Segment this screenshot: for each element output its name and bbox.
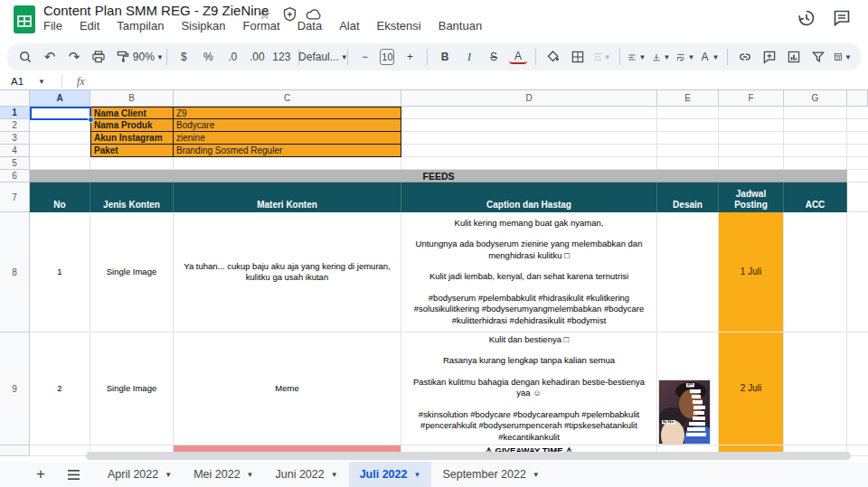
empty-cell[interactable] (847, 145, 868, 157)
empty-cell[interactable] (30, 445, 90, 456)
menu-extensions[interactable]: Ekstensi (377, 19, 421, 33)
sheet-tab-caret-icon[interactable]: ▼ (165, 471, 172, 479)
cell-jenis-konten[interactable]: Single Image (90, 212, 174, 332)
currency-format-button[interactable]: $ (175, 47, 193, 67)
empty-cell[interactable] (784, 119, 847, 132)
column-header-e[interactable]: E (657, 90, 719, 107)
header-caption-hastag[interactable]: Caption dan Hastag (401, 183, 657, 212)
row-header-10[interactable] (0, 445, 30, 456)
column-header-d[interactable]: D (401, 90, 657, 107)
sheet-tab-juni-2022[interactable]: Juni 2022 ▼ (265, 462, 349, 487)
insert-comment-button[interactable] (760, 47, 778, 67)
empty-cell[interactable] (90, 157, 174, 170)
table-views-button[interactable]: ▼ (834, 47, 852, 67)
menu-format[interactable]: Format (243, 19, 280, 33)
cell-info-value[interactable]: Z9 (174, 107, 401, 119)
fill-color-button[interactable] (544, 47, 562, 67)
borders-button[interactable] (569, 47, 587, 67)
zoom-select[interactable]: 90%▼ (138, 47, 158, 67)
sheet-tab-juli-2022-active[interactable]: Juli 2022 ▼ (349, 462, 432, 487)
empty-cell[interactable] (401, 145, 657, 157)
menu-data[interactable]: Data (297, 19, 322, 33)
row-header-1[interactable]: 1 (0, 107, 30, 119)
number-format-button[interactable]: 123 (272, 47, 290, 67)
cell-jadwal-posting[interactable]: 2 Juli (719, 332, 784, 445)
header-jadwal-posting[interactable]: Jadwal Posting (719, 183, 784, 212)
column-header-partial[interactable] (847, 90, 868, 107)
empty-cell[interactable] (719, 132, 784, 145)
cell-info-value[interactable]: zienine (174, 132, 401, 145)
strikethrough-button[interactable]: S (485, 47, 503, 67)
empty-cell[interactable] (174, 157, 401, 170)
menu-file[interactable]: File (43, 19, 62, 33)
menu-edit[interactable]: Edit (80, 19, 99, 33)
empty-cell[interactable] (784, 107, 847, 119)
menu-insert[interactable]: Sisipkan (181, 19, 225, 33)
merge-cells-button[interactable]: ▼ (593, 47, 611, 67)
text-wrap-button[interactable]: ▼ (676, 47, 694, 67)
empty-cell[interactable] (30, 145, 90, 157)
cell-desain[interactable]: SPF My Skin (657, 332, 719, 445)
cell-jadwal-posting[interactable]: 1 Juli (719, 212, 784, 332)
version-history-icon[interactable] (797, 8, 816, 28)
text-rotation-button[interactable]: A ▼ (701, 47, 719, 67)
row-header-5[interactable]: 5 (0, 157, 30, 170)
cell-acc[interactable] (784, 212, 847, 332)
paint-format-icon[interactable] (114, 47, 132, 67)
cell-materi-konten[interactable]: Ya tuhan... cukup baju aku aja yang keri… (174, 212, 401, 332)
empty-cell[interactable] (657, 157, 719, 170)
search-icon[interactable] (16, 47, 34, 67)
cell-no[interactable]: 2 (30, 332, 90, 445)
empty-cell[interactable] (847, 157, 868, 170)
row-header-3[interactable]: 3 (0, 132, 30, 145)
header-jenis-konten[interactable]: Jenis Konten (90, 183, 174, 212)
sheet-tab-caret-icon[interactable]: ▼ (413, 471, 420, 479)
cell-desain[interactable] (657, 212, 719, 332)
empty-cell[interactable] (847, 107, 868, 119)
row-header-4[interactable]: 4 (0, 145, 30, 157)
insert-chart-button[interactable] (785, 47, 803, 67)
menu-view[interactable]: Tampilan (117, 19, 164, 33)
cell-acc[interactable] (784, 332, 847, 445)
header-no[interactable]: No (30, 183, 90, 212)
header-desain[interactable]: Desain (657, 183, 719, 212)
cell-feeds-title[interactable]: FEEDS (30, 170, 847, 183)
column-header-a[interactable]: A (30, 90, 90, 107)
empty-cell[interactable] (719, 157, 784, 170)
empty-cell[interactable] (30, 132, 90, 145)
empty-cell[interactable] (847, 119, 868, 132)
row-header-2[interactable]: 2 (0, 119, 30, 132)
column-header-c[interactable]: C (174, 90, 401, 107)
empty-cell[interactable] (784, 132, 847, 145)
all-sheets-menu-icon[interactable] (67, 469, 80, 481)
row-header-7[interactable]: 7 (0, 183, 30, 212)
empty-cell[interactable] (719, 145, 784, 157)
cell-jenis-konten[interactable]: Single Image (90, 332, 174, 445)
sheets-logo-icon[interactable] (14, 5, 35, 33)
empty-cell[interactable] (784, 157, 847, 170)
empty-cell[interactable] (657, 132, 719, 145)
sheet-tab-mei-2022[interactable]: Mei 2022 ▼ (183, 462, 264, 487)
sheet-tab-caret-icon[interactable]: ▼ (533, 471, 540, 479)
create-filter-button[interactable] (809, 47, 827, 67)
empty-cell[interactable] (847, 183, 868, 212)
empty-cell[interactable] (401, 132, 657, 145)
increase-font-size-button[interactable]: + (401, 47, 419, 67)
sheet-tab-april-2022[interactable]: April 2022 ▼ (97, 462, 183, 487)
decrease-font-size-button[interactable]: − (355, 47, 373, 67)
empty-cell[interactable] (30, 157, 90, 170)
empty-cell[interactable] (401, 119, 657, 132)
percent-format-button[interactable]: % (199, 47, 217, 67)
cell-info-value[interactable]: Branding Sosmed Reguler (174, 145, 401, 157)
print-icon[interactable] (90, 47, 108, 67)
empty-cell[interactable] (847, 170, 868, 183)
empty-cell[interactable] (30, 107, 90, 119)
insert-link-button[interactable] (736, 47, 754, 67)
empty-cell[interactable] (784, 145, 847, 157)
horizontal-scrollbar[interactable] (86, 452, 851, 460)
cell-info-label[interactable]: Nama Produk (90, 119, 174, 132)
cell-info-label[interactable]: Akun Instagram (90, 132, 174, 145)
empty-cell[interactable] (401, 157, 657, 170)
empty-cell[interactable] (401, 107, 657, 119)
add-sheet-button[interactable]: + (36, 465, 45, 483)
